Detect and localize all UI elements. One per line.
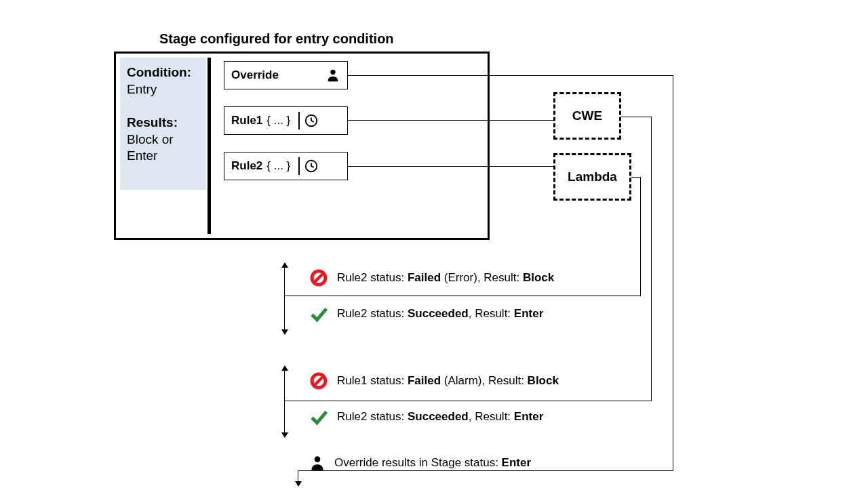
line-cwe-bottom <box>285 401 652 401</box>
check-icon <box>309 407 329 427</box>
condition-panel: Condition: Entry Results: Block or Enter <box>120 58 206 190</box>
cwe-box: CWE <box>553 92 621 140</box>
rule1-braces: { ... } <box>267 114 290 127</box>
line-rule2-lambda <box>348 166 553 167</box>
line-cwe-v <box>651 117 652 401</box>
group1-axis <box>284 267 285 331</box>
status-row-5: Override results in Stage status: Enter <box>309 454 531 472</box>
status-row-3: Rule1 status: Failed (Alarm), Result: Bl… <box>309 371 559 391</box>
rule1-sep <box>298 112 300 129</box>
person-icon <box>309 454 326 472</box>
condition-value: Entry <box>127 81 199 98</box>
status1-text: Rule2 status: Failed (Error), Result: Bl… <box>337 271 554 285</box>
lambda-box: Lambda <box>553 153 631 201</box>
divider-bar <box>208 58 211 234</box>
no-entry-icon <box>309 371 329 391</box>
line-lambda-bottom <box>285 296 641 296</box>
status-row-4: Rule2 status: Succeeded, Result: Enter <box>309 407 543 427</box>
rule1-box: Rule1 { ... } <box>224 106 348 135</box>
line-override <box>348 75 673 76</box>
rule2-braces: { ... } <box>267 159 290 173</box>
clock-icon <box>304 113 319 128</box>
results-label: Results: <box>127 115 178 129</box>
no-entry-icon <box>309 268 329 288</box>
group2-arrow-up <box>281 365 288 371</box>
group1-arrow-up <box>281 262 288 268</box>
results-value: Block or Enter <box>127 131 199 165</box>
status2-text: Rule2 status: Succeeded, Result: Enter <box>337 307 543 321</box>
svg-point-0 <box>330 70 335 75</box>
svg-point-9 <box>315 456 321 462</box>
line-lambda-h <box>631 177 641 178</box>
line-override-v <box>673 75 673 471</box>
rule1-label: Rule1 <box>231 114 262 127</box>
status5-text: Override results in Stage status: Enter <box>334 456 531 470</box>
line-lambda-v <box>640 177 641 296</box>
line-cwe-h <box>621 117 652 117</box>
override-box: Override <box>224 61 348 89</box>
rule2-box: Rule2 { ... } <box>224 152 348 180</box>
status-row-1: Rule2 status: Failed (Error), Result: Bl… <box>309 268 554 288</box>
group2-arrow-down <box>281 432 288 438</box>
condition-label: Condition: <box>127 65 191 79</box>
status3-text: Rule1 status: Failed (Alarm), Result: Bl… <box>337 374 559 388</box>
group3-arrow-down <box>295 481 302 487</box>
check-icon <box>309 304 329 324</box>
rule2-label: Rule2 <box>231 159 262 173</box>
override-label: Override <box>231 68 326 82</box>
group2-axis <box>284 370 285 434</box>
rule2-sep <box>298 157 300 175</box>
diagram-title: Stage configured for entry condition <box>159 31 394 47</box>
status4-text: Rule2 status: Succeeded, Result: Enter <box>337 410 543 424</box>
cwe-label: CWE <box>572 108 602 123</box>
group1-arrow-down <box>281 329 288 335</box>
line-rule1-cwe <box>348 120 553 121</box>
person-icon <box>326 68 340 83</box>
lambda-label: Lambda <box>568 169 617 184</box>
status-row-2: Rule2 status: Succeeded, Result: Enter <box>309 304 543 324</box>
clock-icon <box>304 159 319 174</box>
